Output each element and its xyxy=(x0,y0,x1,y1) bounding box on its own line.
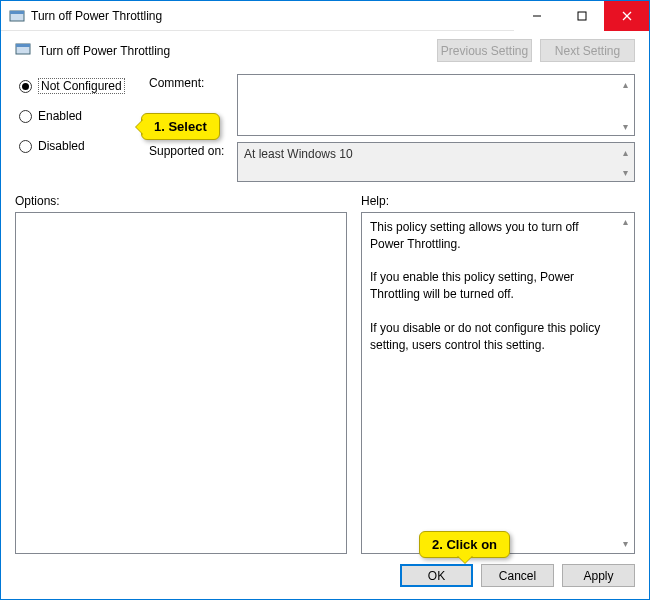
panes-labels: Options: Help: xyxy=(1,182,649,212)
comment-label: Comment: xyxy=(149,74,229,90)
svg-line-4 xyxy=(623,12,631,20)
options-pane xyxy=(15,212,347,554)
radio-icon xyxy=(19,110,32,123)
svg-rect-1 xyxy=(10,11,24,14)
scroll-up-icon: ▴ xyxy=(617,214,633,230)
close-button[interactable] xyxy=(604,1,649,31)
supported-value: At least Windows 10 xyxy=(244,147,353,161)
maximize-button[interactable] xyxy=(559,1,604,31)
app-icon xyxy=(9,8,25,24)
scroll-down-icon: ▾ xyxy=(617,164,633,180)
state-radio-group: Not Configured Enabled Disabled xyxy=(19,74,139,182)
scrollbar[interactable]: ▴ ▾ xyxy=(617,214,633,552)
comment-input[interactable]: ▴ ▾ xyxy=(237,74,635,136)
fields: Comment: ▴ ▾ Supported on: At least Wind… xyxy=(149,74,635,182)
policy-icon xyxy=(15,41,31,60)
radio-label: Enabled xyxy=(38,109,82,123)
radio-icon xyxy=(19,80,32,93)
radio-enabled[interactable]: Enabled xyxy=(19,106,139,126)
annotation-click: 2. Click on xyxy=(419,531,510,558)
help-paragraph: If you enable this policy setting, Power… xyxy=(370,269,614,303)
radio-label: Disabled xyxy=(38,139,85,153)
svg-rect-7 xyxy=(16,44,30,47)
radio-label: Not Configured xyxy=(38,78,125,94)
titlebar: Turn off Power Throttling xyxy=(1,1,649,31)
scroll-up-icon: ▴ xyxy=(617,76,633,92)
next-setting-button[interactable]: Next Setting xyxy=(540,39,635,62)
radio-icon xyxy=(19,140,32,153)
window-title: Turn off Power Throttling xyxy=(31,9,514,23)
comment-row: Comment: ▴ ▾ xyxy=(149,74,635,136)
supported-row: Supported on: At least Windows 10 ▴ ▾ xyxy=(149,142,635,182)
header-row: Turn off Power Throttling Previous Setti… xyxy=(1,31,649,66)
svg-line-5 xyxy=(623,12,631,20)
svg-rect-3 xyxy=(578,12,586,20)
scroll-up-icon: ▴ xyxy=(617,144,633,160)
scroll-down-icon: ▾ xyxy=(617,118,633,134)
radio-disabled[interactable]: Disabled xyxy=(19,136,139,156)
window-controls xyxy=(514,1,649,30)
scroll-down-icon: ▾ xyxy=(617,536,633,552)
top-section: Not Configured Enabled Disabled Comment:… xyxy=(1,66,649,182)
scrollbar[interactable]: ▴ ▾ xyxy=(617,76,633,134)
panes: This policy setting allows you to turn o… xyxy=(1,212,649,554)
annotation-select: 1. Select xyxy=(141,113,220,140)
options-label: Options: xyxy=(15,194,347,208)
help-paragraph: This policy setting allows you to turn o… xyxy=(370,219,614,253)
cancel-button[interactable]: Cancel xyxy=(481,564,554,587)
policy-editor-window: Turn off Power Throttling Turn off Power… xyxy=(0,0,650,600)
policy-title: Turn off Power Throttling xyxy=(39,44,429,58)
radio-not-configured[interactable]: Not Configured xyxy=(19,76,139,96)
help-label: Help: xyxy=(361,194,635,208)
scrollbar[interactable]: ▴ ▾ xyxy=(617,144,633,180)
minimize-button[interactable] xyxy=(514,1,559,31)
apply-button[interactable]: Apply xyxy=(562,564,635,587)
help-paragraph: If you disable or do not configure this … xyxy=(370,320,614,354)
help-pane: This policy setting allows you to turn o… xyxy=(361,212,635,554)
dialog-buttons: OK Cancel Apply xyxy=(1,554,649,599)
previous-setting-button[interactable]: Previous Setting xyxy=(437,39,532,62)
supported-on-box: At least Windows 10 ▴ ▾ xyxy=(237,142,635,182)
supported-label: Supported on: xyxy=(149,142,229,158)
